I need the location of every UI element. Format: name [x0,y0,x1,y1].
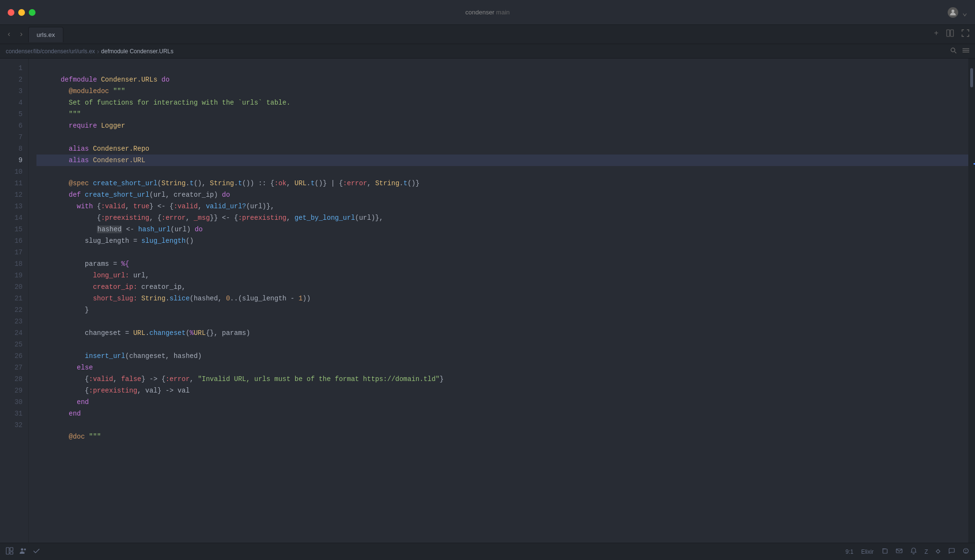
code-line-19: creator_ip: creator_ip, [36,270,968,281]
code-line-8: alias Condenser.URL [36,143,968,155]
code-line-15: slug_length = slug_length() [36,224,968,235]
line-num-6: 6 [0,120,28,131]
breadcrumb: condenser/lib/condenser/url/urls.ex › de… [0,44,975,59]
code-line-28: {:preexisting, val} -> val [36,373,968,385]
line-num-2: 2 [0,74,28,85]
line-num-23: 23 [0,316,28,327]
line-num-26: 26 [0,350,28,362]
window-controls [8,9,36,16]
line-num-14: 14 [0,212,28,224]
svg-point-18 [966,552,966,553]
code-line-31 [36,408,968,419]
code-line-10: @spec create_short_url(String.t(), Strin… [36,166,968,178]
svg-marker-15 [936,549,940,553]
cursor-position: 9:1 [845,548,854,555]
line-num-16: 16 [0,235,28,247]
code-line-16 [36,235,968,247]
line-num-9: 9 [0,155,28,166]
code-line-32: @doc """ [36,419,968,431]
code-line-7: alias Condenser.Repo [36,131,968,143]
code-line-11: def create_short_url(url, creator_ip) do [36,178,968,189]
code-line-27: {:valid, false} -> {:error, "Invalid URL… [36,362,968,373]
close-button[interactable] [8,9,14,16]
code-line-5: require Logger [36,108,968,120]
users-icon[interactable] [19,547,27,556]
fullscreen-icon[interactable] [960,27,971,41]
code-line-26: else [36,350,968,362]
editor-container: 1 2 3 4 5 6 7 8 9 10 11 12 13 14 15 16 1… [0,59,975,543]
copy-icon[interactable] [881,548,888,556]
code-area[interactable]: defmodule Condenser.URLs do @moduledoc "… [29,59,968,543]
status-left [6,547,40,556]
code-line-12: with {:valid, true} <- {:valid, valid_ur… [36,189,968,201]
back-button[interactable]: ‹ [4,28,14,41]
line-num-21: 21 [0,293,28,304]
layout-icon[interactable] [6,547,13,556]
tab-urls-ex[interactable]: urls.ex [28,27,63,42]
code-line-9 [36,155,968,166]
line-num-32: 32 [0,419,28,431]
svg-rect-9 [10,548,13,551]
line-num-19: 19 [0,270,28,281]
code-line-3: Set of functions for interacting with th… [36,85,968,97]
checkmark-icon[interactable] [33,547,40,556]
svg-rect-10 [10,552,13,554]
settings-icon[interactable] [963,47,969,55]
code-line-13: {:preexisting, {:error, _msg}} <- {:pree… [36,201,968,212]
diamond-icon[interactable] [936,548,940,555]
line-num-20: 20 [0,281,28,293]
bell-icon[interactable] [910,548,917,556]
minimize-button[interactable] [18,9,25,16]
code-line-18: long_url: url, [36,258,968,270]
z-icon[interactable]: Z [925,548,928,555]
svg-point-11 [21,548,24,551]
line-numbers: 1 2 3 4 5 6 7 8 9 10 11 12 13 14 15 16 1… [0,59,29,543]
search-icon[interactable] [950,47,957,55]
line-num-3: 3 [0,85,28,97]
forward-button[interactable]: › [16,28,27,41]
svg-point-12 [24,548,26,550]
svg-rect-1 [947,30,950,36]
breadcrumb-separator: › [97,48,99,55]
add-tab-button[interactable]: + [932,27,940,41]
chevron-down-icon[interactable]: ⌄ [962,7,967,18]
line-num-1: 1 [0,62,28,74]
svg-line-4 [955,52,957,54]
code-line-21: } [36,293,968,304]
line-num-11: 11 [0,178,28,189]
tab-bar: ‹ › urls.ex + [0,25,975,44]
code-line-29: end [36,385,968,396]
status-bar: 9:1 Elixir Z [0,543,975,560]
split-editor-icon[interactable] [944,27,956,41]
scrollbar[interactable] [968,59,975,543]
line-num-12: 12 [0,189,28,201]
line-num-4: 4 [0,97,28,108]
language[interactable]: Elixir [861,548,874,555]
line-num-8: 8 [0,143,28,155]
line-num-30: 30 [0,396,28,408]
tab-label: urls.ex [36,31,55,38]
code-line-25: insert_url(changeset, hashed) [36,339,968,350]
breadcrumb-path: condenser/lib/condenser/url/urls.ex [6,48,95,55]
chat-icon[interactable] [948,548,955,556]
scrollbar-thumb[interactable] [970,68,973,87]
title-right: ⌄ [948,7,967,18]
svg-rect-13 [883,549,887,553]
mail-icon[interactable] [896,548,903,556]
line-num-31: 31 [0,408,28,419]
line-num-5: 5 [0,108,28,120]
line-num-13: 13 [0,201,28,212]
line-num-18: 18 [0,258,28,270]
avatar-icon[interactable] [948,7,958,18]
code-line-1: defmodule Condenser.URLs do [36,62,968,74]
code-line-17: params = %{ [36,247,968,258]
line-num-17: 17 [0,247,28,258]
status-right: 9:1 Elixir Z [845,548,969,556]
tab-actions: + [932,27,971,41]
code-line-6 [36,120,968,131]
code-line-2: @moduledoc """ [36,74,968,85]
maximize-button[interactable] [29,9,36,16]
notification-icon[interactable] [963,548,969,556]
svg-point-3 [951,48,955,52]
line-num-7: 7 [0,131,28,143]
